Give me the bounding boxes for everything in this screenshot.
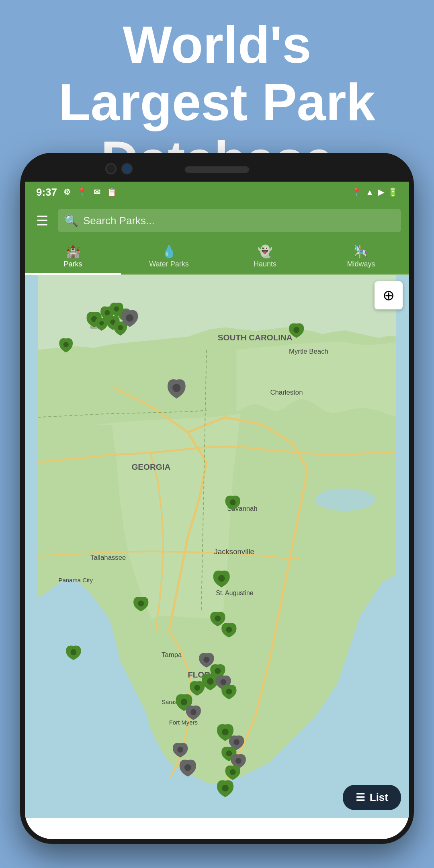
svg-text:St. Augustine: St. Augustine	[216, 590, 254, 596]
location-status-icon: 📍	[77, 187, 87, 197]
settings-status-icon: ⚙	[63, 187, 71, 197]
svg-point-46	[222, 785, 229, 792]
signal-status-icon: ▶	[378, 187, 384, 197]
svg-point-33	[203, 657, 209, 663]
svg-point-25	[293, 327, 299, 333]
svg-point-41	[222, 729, 229, 735]
haunts-tab-label: Haunts	[254, 260, 276, 268]
front-camera	[105, 163, 117, 174]
phone-speaker	[185, 166, 249, 173]
svg-point-37	[194, 685, 200, 691]
svg-point-34	[215, 668, 221, 674]
svg-point-38	[226, 688, 232, 694]
svg-text:Myrtle Beach: Myrtle Beach	[289, 348, 328, 355]
svg-text:Fort Myers: Fort Myers	[169, 719, 198, 726]
search-icon: 🔍	[64, 214, 78, 227]
list-label: List	[370, 791, 388, 804]
svg-text:SOUTH CAROLINA: SOUTH CAROLINA	[218, 333, 293, 342]
svg-point-1	[315, 488, 375, 511]
status-left: 9:37 ⚙ 📍 ✉ 📋	[36, 186, 117, 199]
tab-parks[interactable]: 🏰 Parks	[25, 239, 121, 274]
midways-tab-icon: 🎠	[354, 244, 368, 258]
svg-point-17	[104, 310, 110, 315]
locate-icon: ⊕	[383, 287, 395, 304]
front-camera-lens	[121, 163, 133, 174]
water-parks-tab-label: Water Parks	[149, 260, 188, 268]
svg-point-39	[181, 699, 188, 706]
tabs-bar: 🏰 Parks 💧 Water Parks 👻 Haunts 🎠 Midways	[25, 239, 409, 275]
svg-point-42	[233, 739, 240, 745]
svg-text:GEORGIA: GEORGIA	[131, 462, 170, 471]
screen: 9:37 ⚙ 📍 ✉ 📋 📍 ▲ ▶ 🔋 ☰ 🔍 Sear	[25, 182, 409, 839]
clipboard-status-icon: 📋	[107, 187, 117, 197]
haunts-tab-icon: 👻	[258, 244, 272, 258]
app-header: ☰ 🔍 Search Parks...	[25, 203, 409, 239]
svg-point-35	[207, 678, 214, 685]
svg-point-26	[172, 384, 181, 392]
list-icon: ☰	[356, 791, 365, 804]
svg-point-43	[226, 750, 232, 756]
svg-text:Charleston: Charleston	[270, 389, 303, 396]
svg-point-48	[184, 764, 191, 771]
svg-point-29	[138, 600, 144, 606]
svg-point-44	[235, 758, 242, 764]
svg-point-47	[177, 747, 183, 753]
svg-point-27	[230, 500, 236, 506]
svg-text:Jacksonville: Jacksonville	[214, 547, 254, 556]
gmail-status-icon: ✉	[94, 187, 100, 197]
svg-text:Tallahassee: Tallahassee	[90, 554, 126, 561]
midways-tab-label: Midways	[347, 260, 375, 268]
svg-point-30	[218, 575, 225, 582]
phone-frame: 9:37 ⚙ 📍 ✉ 📋 📍 ▲ ▶ 🔋 ☰ 🔍 Sear	[20, 153, 414, 844]
svg-text:Panama City: Panama City	[59, 577, 93, 583]
status-bar: 9:37 ⚙ 📍 ✉ 📋 📍 ▲ ▶ 🔋	[25, 182, 409, 203]
svg-point-36	[220, 679, 226, 685]
svg-point-24	[63, 342, 69, 347]
search-bar[interactable]: 🔍 Search Parks...	[58, 209, 401, 232]
svg-point-21	[118, 325, 123, 330]
tab-haunts[interactable]: 👻 Haunts	[217, 239, 313, 274]
hero-title-line2: Largest Park	[24, 74, 410, 131]
phone-top-bar	[25, 158, 409, 182]
menu-button[interactable]: ☰	[33, 209, 51, 232]
svg-text:Tampa: Tampa	[162, 651, 182, 659]
status-time: 9:37	[36, 186, 57, 199]
gps-status-icon: 📍	[352, 187, 362, 197]
svg-point-31	[215, 616, 221, 622]
battery-status-icon: 🔋	[388, 187, 398, 197]
status-right: 📍 ▲ ▶ 🔋	[352, 187, 398, 197]
water-parks-tab-icon: 💧	[162, 244, 176, 258]
tab-midways[interactable]: 🎠 Midways	[313, 239, 409, 274]
svg-point-32	[226, 627, 232, 633]
svg-point-28	[70, 649, 76, 655]
svg-point-22	[99, 321, 104, 326]
parks-tab-label: Parks	[63, 260, 82, 268]
locate-button[interactable]: ⊕	[375, 281, 403, 309]
svg-point-40	[190, 709, 197, 715]
map-background: SOUTH CAROLINA Myrtle Beach Charleston G…	[25, 275, 409, 818]
map-area[interactable]: SOUTH CAROLINA Myrtle Beach Charleston G…	[25, 275, 409, 818]
phone-inner: 9:37 ⚙ 📍 ✉ 📋 📍 ▲ ▶ 🔋 ☰ 🔍 Sear	[25, 158, 409, 839]
svg-point-23	[126, 314, 133, 322]
list-button[interactable]: ☰ List	[343, 785, 401, 810]
search-input[interactable]: Search Parks...	[83, 215, 155, 227]
wifi-status-icon: ▲	[366, 188, 374, 197]
tab-water-parks[interactable]: 💧 Water Parks	[121, 239, 217, 274]
svg-point-45	[230, 769, 236, 775]
hero-title-line1: World's	[24, 16, 410, 74]
map-svg: SOUTH CAROLINA Myrtle Beach Charleston G…	[25, 275, 409, 818]
parks-tab-icon: 🏰	[66, 244, 80, 258]
